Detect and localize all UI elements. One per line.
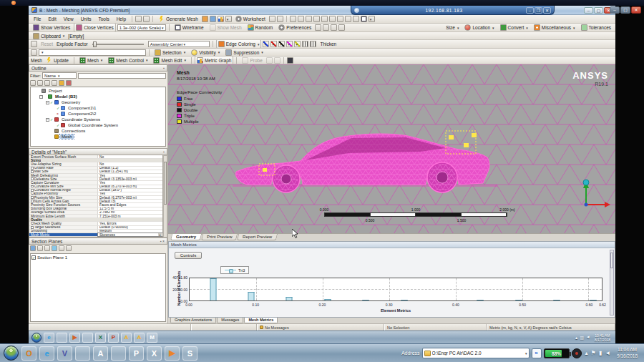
host-close-button[interactable]: ✕ [631, 6, 641, 14]
image-capture-icon[interactable] [202, 16, 208, 22]
collapse-environment-icon[interactable] [37, 80, 43, 86]
thick-edges-icon[interactable] [310, 41, 316, 47]
tree-item[interactable]: − ✓ Coordinate Systems [31, 117, 165, 122]
pin-icon[interactable] [354, 8, 359, 13]
details-value[interactable]: No [98, 155, 162, 158]
zoom-box-icon[interactable] [337, 16, 343, 22]
section-plane-item[interactable]: ✓ Section Plane 1 [31, 255, 165, 260]
speaker-icon[interactable]: ◄ [586, 335, 590, 340]
show-whole-elements-icon[interactable] [59, 245, 64, 251]
status-units[interactable]: Metric (m, kg, N, s, V, A) Degrees rad/s… [487, 324, 615, 331]
tree-item[interactable]: ✓ Global Coordinate System [31, 122, 165, 128]
miscellaneous-dropdown[interactable]: Miscellaneous [532, 24, 577, 32]
details-value[interactable] [41, 159, 162, 162]
details-value[interactable]: No [98, 162, 162, 165]
chrome-icon[interactable] [82, 333, 93, 343]
details-value[interactable]: Default (1.2) [98, 167, 162, 170]
worksheet-button[interactable]: Worksheet [233, 15, 268, 24]
power-icon[interactable]: ▮ [599, 350, 602, 356]
address-dropdown-icon[interactable]: ▾ [525, 351, 527, 356]
address-input[interactable] [432, 351, 524, 356]
explode-icon[interactable] [31, 41, 37, 47]
mega-icon[interactable]: M [147, 333, 157, 343]
visibility-dropdown[interactable]: Visibility [189, 49, 222, 57]
assembly-center-select[interactable]: Assembly Center [148, 41, 210, 47]
wmp-icon[interactable]: ▶ [69, 333, 80, 343]
rdp-connection-bar[interactable]: 192.168.81.183 – ❐ ✕ [351, 6, 555, 15]
chart-icon[interactable] [218, 16, 224, 22]
show-mesh-button[interactable]: Show Mesh [208, 24, 244, 32]
controls-button[interactable]: Controls [175, 252, 202, 259]
details-value[interactable]: 9.6669e-013 [98, 237, 162, 238]
menu-view[interactable]: View [61, 16, 77, 22]
pan-icon[interactable] [306, 16, 312, 22]
tray-expand-icon[interactable]: ▴ [585, 350, 588, 356]
close-vertices-button[interactable]: Close Vertices [74, 24, 116, 32]
network-icon[interactable]: ▥ [580, 335, 584, 340]
bottom-tab[interactable]: Messages [217, 318, 243, 323]
next-view-icon[interactable] [353, 16, 359, 22]
host-start-button[interactable] [4, 346, 19, 361]
view-tab[interactable]: Report Preview [237, 234, 278, 240]
host-maximize-button[interactable]: ▢ [620, 6, 630, 14]
ansys-icon-1[interactable]: A [121, 333, 132, 343]
edge-coloring-dropdown[interactable]: Edge Coloring [216, 40, 262, 49]
powerpoint-icon[interactable]: P [129, 346, 144, 361]
panel-pin-icon[interactable]: ▪ [163, 66, 165, 70]
folder-icon[interactable] [57, 333, 67, 343]
zoom-fit-icon[interactable] [329, 16, 336, 22]
details-value[interactable]: Yes [98, 174, 162, 177]
convert-dropdown[interactable]: Convert [498, 24, 530, 32]
chrome-icon[interactable] [75, 346, 90, 361]
viewport-layout-icon[interactable] [369, 16, 375, 22]
name-filter-icon[interactable] [52, 80, 57, 86]
outlook-icon[interactable]: O [21, 346, 36, 361]
details-value[interactable]: Default (1.2541 m) [98, 170, 162, 173]
explode-reset-button[interactable]: Reset [39, 40, 55, 48]
app-maximize-button[interactable]: ▢ [594, 7, 603, 14]
powerpoint-icon[interactable]: P [108, 333, 119, 343]
action-center-flag-icon[interactable]: ⚑ [591, 350, 596, 356]
edit-section-plane-icon[interactable] [37, 245, 43, 251]
edge-direction-icon-5[interactable] [294, 41, 301, 47]
tree-item[interactable]: ✓ Component1\1 [31, 105, 165, 111]
s-app-icon[interactable]: S [182, 346, 197, 361]
update-button[interactable]: Update [44, 57, 71, 64]
tree-item[interactable]: Connections [31, 128, 165, 134]
menu-tools[interactable]: Tools [95, 16, 112, 22]
edge-option-icon-2[interactable] [323, 24, 329, 31]
details-value[interactable]: 7.151e-003 m [98, 215, 162, 217]
generate-mesh-button[interactable]: Generate Mesh [156, 15, 200, 24]
mesh-control-dropdown[interactable]: Mesh Control [106, 57, 150, 64]
view-tab[interactable]: Geometry [170, 234, 202, 240]
details-value[interactable]: Yes, Errors [98, 222, 162, 225]
search-tree-icon[interactable] [59, 80, 64, 86]
suppression-dropdown[interactable]: Suppression [223, 49, 265, 57]
flat-tree-icon[interactable] [66, 80, 72, 86]
app-minimize-button[interactable]: – [584, 7, 593, 14]
excel-icon[interactable]: X [147, 346, 162, 361]
named-selection-icon[interactable] [31, 49, 37, 56]
display-option-icon[interactable] [287, 57, 293, 64]
acrobat-icon[interactable]: A [93, 346, 108, 361]
section-plane-checkbox[interactable]: ✓ [31, 255, 36, 260]
details-value[interactable]: Default (0.900000) [98, 226, 162, 229]
details-value[interactable]: 12.575 m [98, 207, 162, 210]
tolerances-button[interactable]: Tolerances [579, 24, 613, 32]
location-dropdown[interactable]: Location [462, 24, 496, 32]
show-vertices-button[interactable]: Show Vertices [31, 24, 72, 32]
thicken-button[interactable]: Thicken [318, 40, 338, 48]
wmp-icon[interactable]: ▶ [165, 346, 180, 361]
expand-all-icon[interactable] [30, 80, 36, 86]
zoom-out-icon[interactable] [321, 16, 328, 22]
edge-direction-icon-4[interactable] [286, 41, 293, 47]
details-checkbox[interactable] [31, 196, 34, 199]
filter-select[interactable]: Name▾ [42, 72, 77, 79]
details-checkbox[interactable] [31, 185, 34, 188]
bottom-tab[interactable]: Graphics Annotations [170, 318, 216, 323]
menu-file[interactable]: File [31, 16, 44, 22]
visio-icon[interactable]: V [57, 346, 72, 361]
details-value[interactable]: Faces and Edges [98, 203, 162, 206]
edge-direction-icon-2[interactable] [270, 41, 277, 47]
rotate-icon[interactable] [298, 16, 304, 22]
